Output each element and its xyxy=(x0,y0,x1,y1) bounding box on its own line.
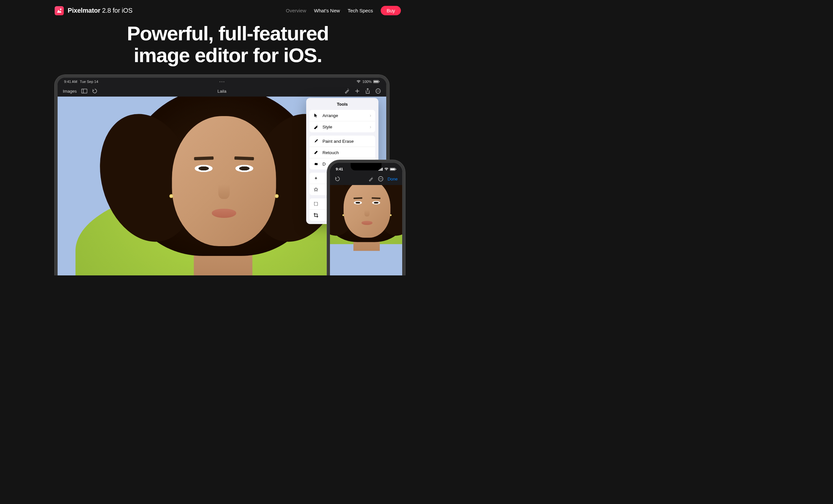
ipad-status-date: Tue Sep 14 xyxy=(80,80,98,83)
iphone-canvas[interactable] xyxy=(330,185,402,275)
nav-tech-specs[interactable]: Tech Specs xyxy=(348,8,373,13)
svg-point-11 xyxy=(379,91,380,91)
iphone-toolbar: Done xyxy=(330,173,402,185)
svg-rect-12 xyxy=(314,151,317,154)
more-icon[interactable] xyxy=(375,88,381,94)
header-nav: Overview What's New Tech Specs Buy xyxy=(286,6,401,15)
sparkle-icon xyxy=(313,176,318,181)
nav-whats-new[interactable]: What's New xyxy=(314,8,340,13)
hero-line1: Powerful, full-featured xyxy=(127,22,329,45)
ipad-battery-percent: 100% xyxy=(362,80,372,83)
multitask-dots-icon[interactable] xyxy=(220,81,224,82)
svg-rect-19 xyxy=(390,169,395,170)
bandage-icon xyxy=(313,150,318,155)
iphone-notch xyxy=(351,163,382,170)
svg-point-10 xyxy=(378,91,378,91)
magic-wand-icon[interactable] xyxy=(368,176,374,182)
iphone-device: 9:41 xyxy=(327,160,405,275)
undo-icon[interactable] xyxy=(334,176,340,182)
tool-group-1: Arrange › Style › xyxy=(309,110,375,132)
share-icon[interactable] xyxy=(365,88,371,94)
crop-icon xyxy=(313,213,318,218)
portrait-image-phone xyxy=(350,185,382,230)
svg-point-22 xyxy=(379,178,380,179)
star-icon xyxy=(313,187,318,192)
svg-rect-13 xyxy=(314,202,317,205)
iphone-screen: 9:41 xyxy=(330,163,402,275)
ipad-status-bar: 9:41 AM Tue Sep 14 100% xyxy=(57,78,386,85)
iphone-status-time: 9:41 xyxy=(336,167,343,171)
wand-icon xyxy=(313,124,318,129)
tool-style[interactable]: Style › xyxy=(309,121,375,132)
battery-icon xyxy=(373,80,380,83)
add-icon[interactable] xyxy=(354,88,360,94)
tool-retouch[interactable]: Retouch xyxy=(309,147,375,158)
ipad-toolbar: Images Laila xyxy=(57,85,386,97)
svg-rect-3 xyxy=(379,81,380,82)
document-title: Laila xyxy=(217,89,226,94)
undo-icon[interactable] xyxy=(92,88,98,94)
more-icon[interactable] xyxy=(378,176,384,182)
images-back-button[interactable]: Images xyxy=(63,89,77,94)
tool-arrange[interactable]: Arrange › xyxy=(309,110,375,121)
header-brand: Pixelmator 2.8 for iOS xyxy=(55,6,133,15)
svg-rect-16 xyxy=(381,169,382,171)
chevron-right-icon: › xyxy=(370,113,371,118)
app-logo-icon xyxy=(55,6,64,15)
app-title: Pixelmator 2.8 for iOS xyxy=(68,7,133,14)
site-header: Pixelmator 2.8 for iOS Overview What's N… xyxy=(0,0,456,21)
battery-icon xyxy=(390,168,396,171)
tools-popover-title: Tools xyxy=(306,98,378,110)
selection-icon xyxy=(313,201,318,206)
hero-line2: image editor for iOS. xyxy=(134,44,322,66)
app-name-version: 2.8 for iOS xyxy=(100,7,133,14)
svg-rect-4 xyxy=(81,89,87,93)
svg-rect-2 xyxy=(374,81,378,82)
svg-point-23 xyxy=(380,178,381,179)
svg-point-0 xyxy=(60,9,61,10)
hero-title: Powerful, full-featured image editor for… xyxy=(0,23,456,66)
svg-rect-20 xyxy=(396,169,396,170)
nav-overview[interactable]: Overview xyxy=(286,8,307,13)
sidebar-toggle-icon[interactable] xyxy=(81,88,87,94)
svg-point-24 xyxy=(381,178,382,179)
magic-wand-icon[interactable] xyxy=(344,88,350,94)
svg-rect-17 xyxy=(382,168,383,171)
svg-point-9 xyxy=(377,91,377,91)
wifi-icon xyxy=(356,80,361,83)
tool-paint-erase[interactable]: Paint and Erase xyxy=(309,135,375,147)
app-name-bold: Pixelmator xyxy=(68,7,100,14)
chevron-right-icon: › xyxy=(370,124,371,129)
wifi-icon xyxy=(384,168,388,171)
done-button[interactable]: Done xyxy=(387,177,398,181)
brush-icon xyxy=(313,138,318,144)
smudge-icon xyxy=(313,161,318,167)
ipad-status-time: 9:41 AM xyxy=(64,80,77,83)
cursor-icon xyxy=(313,113,318,118)
buy-button[interactable]: Buy xyxy=(381,6,401,15)
